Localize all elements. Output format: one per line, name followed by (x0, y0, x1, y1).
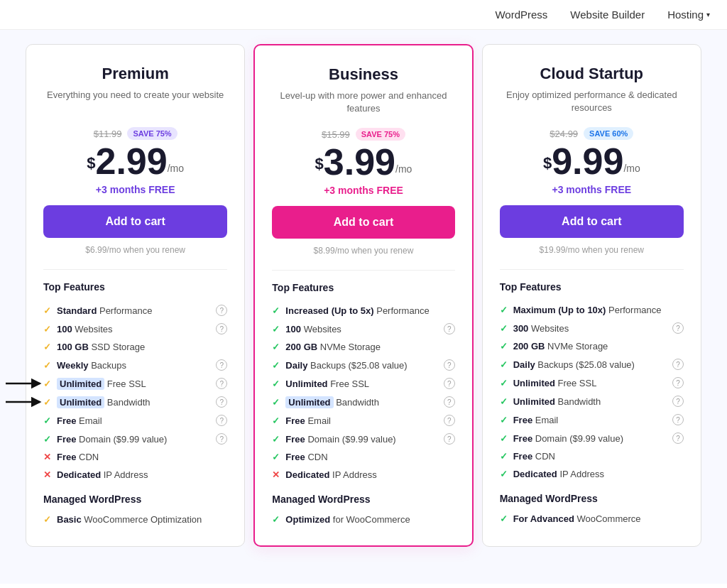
info-icon[interactable]: ? (216, 305, 227, 316)
feature-label: Free (513, 451, 532, 462)
info-icon[interactable]: ? (444, 323, 455, 334)
feature-item: ✓ Unlimited Bandwidth ? (272, 393, 454, 411)
feature-left: ✕ Dedicated IP Address (272, 469, 376, 480)
info-icon[interactable]: ? (444, 396, 455, 408)
plan-name: Premium (43, 65, 227, 83)
save-badge: SAVE 60% (584, 127, 633, 140)
feature-text: Free Email (57, 415, 102, 426)
feature-suffix: Websites (72, 324, 113, 334)
feature-suffix: SSD Storage (89, 342, 146, 352)
nav-website-builder[interactable]: Website Builder (570, 9, 645, 21)
feature-item: ✓ Free Domain ($9.99 value) ? (272, 430, 454, 448)
feature-left: ✓ Unlimited Free SSL (500, 378, 597, 388)
info-icon[interactable]: ? (444, 359, 455, 371)
feature-item: ✓ Unlimited Free SSL ? (500, 374, 684, 392)
feature-text: Dedicated IP Address (513, 469, 604, 479)
managed-feature-item: ✓ Optimized for WooCommerce (272, 511, 454, 528)
feature-text: Free CDN (513, 451, 555, 462)
info-icon[interactable]: ? (444, 378, 455, 389)
top-features-title: Top Features (43, 281, 227, 293)
feature-label: Dedicated (285, 469, 329, 480)
feature-left: ✓ 100 Websites (272, 324, 341, 334)
top-features-title: Top Features (272, 282, 454, 293)
feature-text: Free Domain ($9.99 value) (513, 433, 623, 444)
info-icon[interactable]: ? (672, 359, 684, 370)
info-icon[interactable]: ? (672, 396, 684, 407)
info-icon[interactable]: ? (672, 414, 684, 425)
arrow-icon (6, 395, 45, 409)
info-icon[interactable]: ? (216, 433, 227, 445)
check-icon: ✓ (272, 305, 280, 316)
feature-text: Free CDN (285, 452, 327, 462)
info-icon[interactable]: ? (672, 322, 684, 334)
info-icon[interactable]: ? (672, 377, 684, 388)
check-icon: ✓ (43, 305, 51, 316)
info-icon[interactable]: ? (444, 415, 455, 426)
feature-item: ✓ Unlimited Bandwidth ? (500, 392, 684, 410)
feature-item: ✓ 300 Websites ? (500, 319, 684, 337)
price-main: $ 3.99 /mo (272, 143, 454, 180)
check-icon: ✓ (500, 433, 508, 444)
feature-text: Dedicated IP Address (57, 469, 148, 480)
renew-text: $8.99/mo when you renew (272, 246, 454, 256)
feature-suffix: Free SSL (555, 378, 597, 388)
feature-label: 200 GB (513, 341, 545, 352)
feature-label: Daily (285, 360, 307, 371)
info-icon[interactable]: ? (216, 396, 227, 408)
feature-label: 200 GB (285, 342, 317, 352)
feature-left: ✓ Unlimited Bandwidth (43, 397, 151, 408)
months-free: +3 months FREE (272, 185, 454, 196)
feature-item: ✓ Maximum (Up to 10x) Performance (500, 301, 684, 319)
check-icon: ✓ (500, 415, 508, 425)
info-icon[interactable]: ? (216, 359, 227, 371)
feature-suffix: IP Address (329, 469, 376, 480)
feature-list: ✓ Standard Performance ? ✓ 100 Websites … (43, 301, 227, 484)
feature-text: Daily Backups ($25.08 value) (513, 359, 635, 370)
feature-text: Daily Backups ($25.08 value) (285, 360, 407, 371)
managed-feature-suffix: for WooCommerce (330, 514, 410, 525)
top-nav: WordPress Website Builder Hosting ▾ (0, 0, 727, 30)
managed-feature-suffix: WooCommerce Optimization (82, 514, 202, 525)
feature-label: 100 GB (57, 342, 89, 352)
check-icon: ✓ (43, 360, 51, 371)
feature-label: Free (285, 452, 305, 462)
save-badge: SAVE 75% (127, 127, 177, 140)
feature-suffix: Bandwidth (334, 397, 379, 408)
nav-wordpress[interactable]: WordPress (495, 9, 547, 21)
info-icon[interactable]: ? (216, 323, 227, 334)
feature-label: Unlimited (57, 378, 104, 390)
feature-item: ✓ Free Email ? (500, 410, 684, 429)
feature-suffix: Backups (89, 360, 126, 371)
check-icon: ✓ (500, 341, 508, 352)
info-icon[interactable]: ? (444, 433, 455, 445)
feature-left: ✓ 200 GB NVMe Storage (272, 342, 381, 352)
feature-left: ✓ Unlimited Bandwidth (500, 396, 601, 407)
arrow-unlimited-ssl (6, 376, 45, 391)
feature-left: ✓ Free Email (43, 415, 102, 426)
plan-description: Level-up with more power and enhanced fe… (272, 89, 454, 115)
managed-feature-list: ✓ Optimized for WooCommerce (272, 511, 454, 528)
price-dollar-sign: $ (315, 155, 324, 173)
feature-text: Free CDN (57, 452, 99, 462)
feature-label: 300 (513, 323, 529, 334)
feature-left: ✓ Free Domain ($9.99 value) (272, 434, 395, 445)
renew-text: $6.99/mo when you renew (43, 245, 227, 255)
price-main: $ 9.99 /mo (500, 143, 684, 180)
add-to-cart-button[interactable]: Add to cart (272, 206, 454, 239)
feature-suffix: IP Address (557, 469, 604, 479)
feature-suffix: Email (305, 415, 331, 426)
feature-left: ✓ Free Domain ($9.99 value) (500, 433, 623, 444)
managed-feature-label: For Advanced (513, 513, 574, 524)
info-icon[interactable]: ? (216, 378, 227, 389)
feature-item: ✓ Free CDN (272, 448, 454, 466)
original-price: $15.99 (322, 129, 350, 140)
price-per-month: /mo (168, 163, 184, 174)
info-icon[interactable]: ? (216, 415, 227, 426)
nav-hosting[interactable]: Hosting ▾ (667, 9, 710, 21)
add-to-cart-button[interactable]: Add to cart (500, 205, 684, 238)
cross-icon: ✕ (43, 469, 51, 480)
feature-suffix: NVMe Storage (545, 341, 608, 352)
feature-text: 300 Websites (513, 323, 569, 334)
info-icon[interactable]: ? (672, 432, 684, 444)
add-to-cart-button[interactable]: Add to cart (43, 205, 227, 238)
